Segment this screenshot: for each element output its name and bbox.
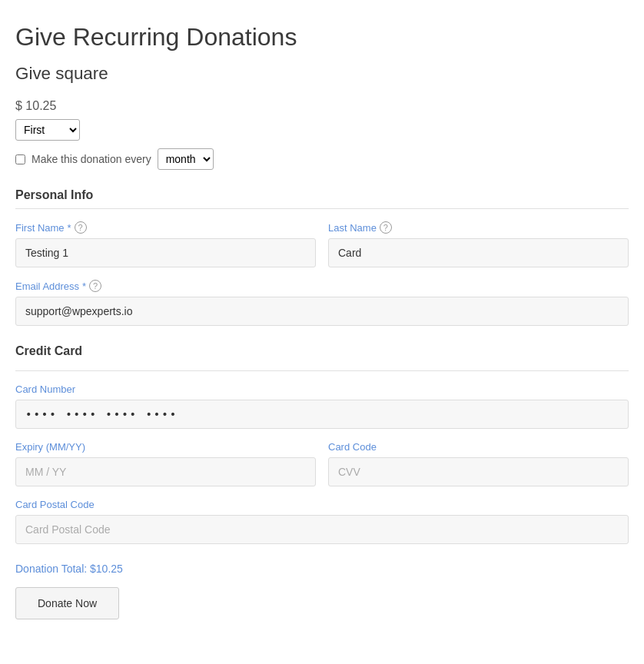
donation-total: Donation Total: $10.25 xyxy=(15,563,629,575)
card-code-input[interactable] xyxy=(328,457,629,486)
last-name-help-icon[interactable]: ? xyxy=(380,221,392,234)
email-input[interactable] xyxy=(15,297,629,326)
recurring-period-select[interactable]: month year week xyxy=(158,148,214,170)
postal-code-label: Card Postal Code xyxy=(15,499,629,510)
last-name-label: Last Name ? xyxy=(328,221,629,234)
credit-card-divider xyxy=(15,370,629,371)
recurring-label: Make this donation every xyxy=(32,153,151,165)
card-code-label: Card Code xyxy=(328,441,629,453)
card-number-input[interactable] xyxy=(15,400,629,429)
first-name-required: * xyxy=(68,222,71,234)
last-name-input[interactable] xyxy=(328,238,629,267)
card-number-label: Card Number xyxy=(15,383,629,395)
first-name-input[interactable] xyxy=(15,238,316,267)
first-name-label: First Name * ? xyxy=(15,221,316,234)
email-required: * xyxy=(82,281,86,292)
email-label: Email Address * ? xyxy=(15,280,629,292)
donation-amount: $ 10.25 xyxy=(15,99,629,113)
expiry-label: Expiry (MM/YY) xyxy=(15,441,316,453)
frequency-select[interactable]: First Monthly Yearly xyxy=(15,119,80,141)
personal-info-section-title: Personal Info xyxy=(15,188,629,209)
page-sub-title: Give square xyxy=(15,64,629,84)
donate-now-button[interactable]: Donate Now xyxy=(15,587,119,619)
page-main-title: Give Recurring Donations xyxy=(15,23,629,51)
postal-code-input[interactable] xyxy=(15,515,629,544)
credit-card-section-title: Credit Card xyxy=(15,344,629,358)
expiry-input[interactable] xyxy=(15,457,316,486)
recurring-checkbox[interactable] xyxy=(15,154,25,164)
first-name-help-icon[interactable]: ? xyxy=(75,221,87,234)
email-help-icon[interactable]: ? xyxy=(89,280,101,292)
